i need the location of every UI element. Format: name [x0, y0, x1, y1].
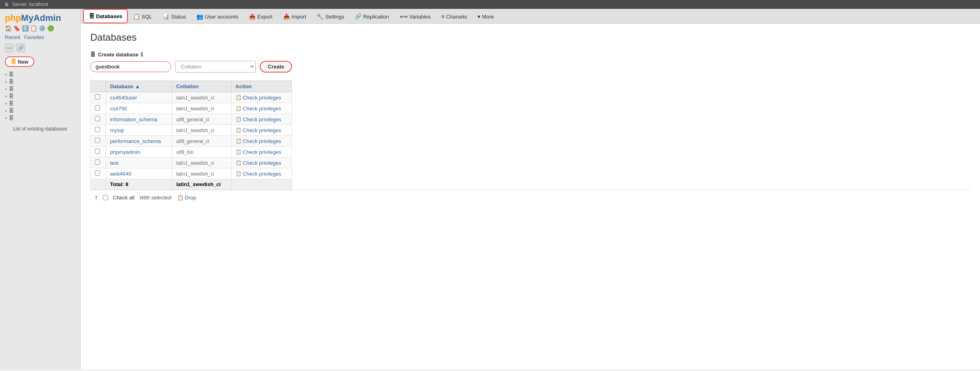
row-checkbox[interactable]	[95, 94, 100, 99]
db-name-link[interactable]: cs4640user	[110, 95, 137, 101]
privileges-icon: 📋	[236, 106, 242, 111]
privileges-icon: 📋	[236, 138, 242, 144]
green-icon[interactable]: 🟢	[47, 25, 54, 31]
table-row: test latin1_swedish_ci 📋 Check privilege…	[91, 158, 292, 168]
tab-replication-label: Replication	[363, 14, 389, 20]
tab-user-accounts[interactable]: 👥 User accounts	[191, 10, 244, 23]
check-privileges-link[interactable]: 📋 Check privileges	[236, 127, 288, 133]
collation-value: utf8_bin	[176, 149, 194, 155]
db-name-link[interactable]: phpmyadmin	[110, 149, 140, 155]
tab-export[interactable]: 📤 Export	[244, 10, 278, 23]
status-icon: 📊	[163, 13, 169, 20]
tab-replication[interactable]: 🔗 Replication	[349, 10, 394, 23]
collation-cell: utf8_general_ci	[172, 136, 231, 147]
total-row: Total: 8 latin1_swedish_ci	[91, 179, 292, 190]
create-db-info-icon[interactable]: ℹ	[141, 51, 143, 58]
collation-value: latin1_swedish_ci	[176, 171, 214, 177]
check-privileges-link[interactable]: 📋 Check privileges	[236, 106, 288, 112]
row-checkbox[interactable]	[95, 105, 100, 110]
collation-cell: latin1_swedish_ci	[172, 168, 231, 179]
tab-more[interactable]: ▾ More	[472, 10, 499, 23]
settings-tab-icon: 🔧	[317, 13, 323, 20]
list-item[interactable]: + 🗄	[0, 114, 80, 122]
collation-value: utf8_general_ci	[176, 139, 209, 144]
db-name-link[interactable]: web4640	[110, 171, 131, 177]
db-name-link[interactable]: cs4750	[110, 106, 127, 112]
favorites-link[interactable]: Favorites	[24, 35, 44, 40]
page-title: Databases	[90, 32, 970, 43]
db-name-cell: cs4750	[106, 103, 172, 114]
check-all-label: Check all	[113, 195, 134, 201]
check-privileges-link[interactable]: 📋 Check privileges	[236, 95, 288, 101]
new-button[interactable]: 🗄 New	[5, 56, 34, 67]
bookmark-icon[interactable]: 🔖	[13, 25, 20, 31]
list-item[interactable]: + 🗄	[0, 71, 80, 78]
settings-icon[interactable]: ⚙️	[39, 25, 46, 31]
user-accounts-icon: 👥	[196, 13, 203, 20]
tab-status[interactable]: 📊 Status	[157, 10, 191, 23]
create-db-form: Collation Create	[90, 61, 970, 73]
scroll-up-icon[interactable]: ↑	[94, 193, 98, 202]
collation-select[interactable]: Collation	[175, 61, 256, 73]
db-name-cell: cs4640user	[106, 92, 172, 103]
server-label: Server: localhost	[12, 2, 48, 7]
list-item[interactable]: + 🗄	[0, 78, 80, 85]
collapse-icon[interactable]: —	[5, 44, 14, 52]
home-icon[interactable]: 🏠	[5, 25, 12, 31]
db-name-input[interactable]	[90, 61, 171, 72]
row-checkbox[interactable]	[95, 116, 100, 121]
check-privileges-link[interactable]: 📋 Check privileges	[236, 160, 288, 166]
db-name-link[interactable]: information_schema	[110, 116, 157, 122]
table-row: web4640 latin1_swedish_ci 📋 Check privil…	[91, 168, 292, 179]
collation-value: latin1_swedish_ci	[176, 106, 214, 112]
databases-table: Database ▲ Collation Action cs4640user l…	[90, 81, 292, 190]
total-label-cell: Total: 8	[106, 179, 172, 190]
action-cell: 📋 Check privileges	[231, 92, 292, 103]
check-all-checkbox[interactable]	[103, 195, 108, 200]
action-cell: 📋 Check privileges	[231, 114, 292, 125]
logo-php: php	[5, 13, 21, 23]
logo: phpMyAdmin	[5, 13, 75, 23]
row-checkbox[interactable]	[95, 127, 100, 132]
create-button[interactable]: Create	[260, 61, 292, 73]
create-db-label: 🗄 Create database ℹ	[90, 51, 970, 58]
tab-variables[interactable]: ⟺ Variables	[394, 10, 436, 23]
list-item[interactable]: + 🗄	[0, 100, 80, 107]
db-name-link[interactable]: test	[110, 160, 119, 166]
tab-sql[interactable]: 📋 SQL	[128, 10, 157, 23]
row-checkbox[interactable]	[95, 149, 100, 154]
row-checkbox-cell	[91, 136, 106, 147]
copy-icon[interactable]: 📋	[30, 25, 37, 31]
content-area: Databases 🗄 Create database ℹ Collation …	[81, 24, 980, 369]
row-checkbox[interactable]	[95, 160, 100, 165]
tab-import[interactable]: 📥 Import	[278, 10, 312, 23]
check-privileges-link[interactable]: 📋 Check privileges	[236, 116, 288, 122]
privileges-icon: 📋	[236, 127, 242, 133]
row-checkbox-cell	[91, 147, 106, 158]
table-row: information_schema utf8_general_ci 📋 Che…	[91, 114, 292, 125]
db-name-cell: mysql	[106, 125, 172, 136]
check-privileges-link[interactable]: 📋 Check privileges	[236, 171, 288, 177]
tab-settings[interactable]: 🔧 Settings	[311, 10, 349, 23]
database-column-header: Database ▲	[106, 81, 172, 92]
list-item[interactable]: + 🗄	[0, 107, 80, 114]
list-item[interactable]: + 🗄	[0, 85, 80, 93]
tab-charsets[interactable]: ≡ Charsets	[436, 10, 472, 23]
privileges-icon: 📋	[236, 95, 242, 100]
databases-icon: 🗄	[89, 13, 94, 19]
db-name-link[interactable]: performance_schema	[110, 138, 161, 144]
row-checkbox[interactable]	[95, 170, 100, 176]
info-icon[interactable]: ℹ️	[22, 25, 29, 31]
check-privileges-link[interactable]: 📋 Check privileges	[236, 149, 288, 155]
recent-link[interactable]: Recent	[5, 35, 20, 40]
drop-link[interactable]: 📋 Drop	[177, 195, 196, 201]
expand-icon: +	[5, 102, 7, 106]
check-privileges-link[interactable]: 📋 Check privileges	[236, 138, 288, 144]
list-item[interactable]: + 🗄	[0, 93, 80, 100]
tab-databases[interactable]: 🗄 Databases	[83, 9, 128, 23]
row-checkbox[interactable]	[95, 138, 100, 143]
tab-settings-label: Settings	[325, 14, 344, 20]
db-name-link[interactable]: mysql	[110, 127, 124, 133]
link-icon[interactable]: 🔗	[16, 44, 25, 52]
with-selected-label: With selected:	[139, 195, 172, 201]
